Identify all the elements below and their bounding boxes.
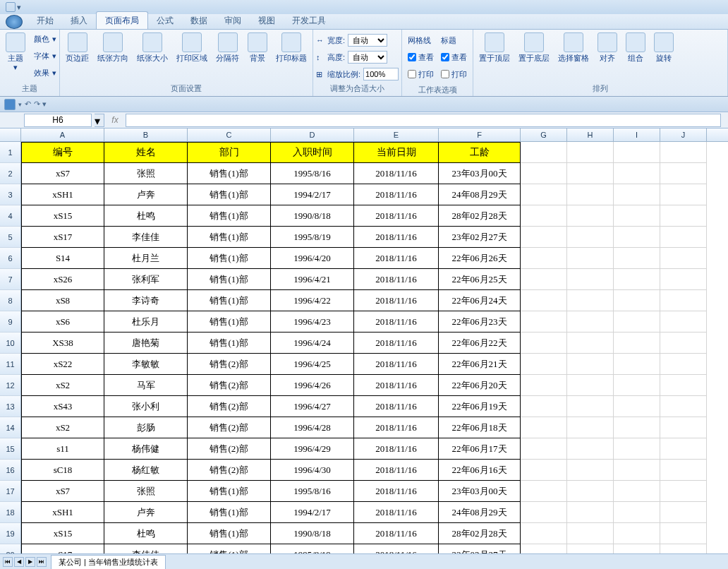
tab-insert[interactable]: 插入: [62, 12, 96, 29]
row-header[interactable]: 18: [0, 502, 21, 523]
cell[interactable]: [567, 396, 614, 417]
cell[interactable]: 唐艳菊: [104, 333, 188, 354]
cell[interactable]: S14: [21, 248, 104, 269]
row-header[interactable]: 3: [0, 184, 21, 205]
cell[interactable]: 李诗奇: [104, 290, 188, 311]
send-back-button[interactable]: 置于底层: [516, 31, 552, 64]
cell[interactable]: 销售(1)部: [188, 227, 271, 248]
cell[interactable]: 销售(1)部: [188, 269, 271, 290]
cell[interactable]: [521, 354, 567, 375]
cell[interactable]: 1994/2/17: [271, 502, 354, 523]
cell[interactable]: [567, 333, 614, 354]
col-header-I[interactable]: I: [614, 128, 660, 141]
cell[interactable]: [660, 142, 707, 163]
cell[interactable]: [614, 396, 660, 417]
cell[interactable]: 2018/11/16: [354, 184, 439, 205]
cell[interactable]: [567, 269, 614, 290]
cell[interactable]: 22年06月22天: [439, 333, 521, 354]
background-button[interactable]: 背景: [245, 31, 270, 64]
head-view-check[interactable]: 查看: [441, 52, 467, 63]
cell[interactable]: [660, 248, 707, 269]
rotate-button[interactable]: 旋转: [651, 31, 677, 64]
cell[interactable]: 28年02月28天: [439, 523, 521, 544]
row-header[interactable]: 16: [0, 460, 21, 481]
cell[interactable]: 1996/4/27: [271, 396, 354, 417]
cell[interactable]: 2018/11/16: [354, 248, 439, 269]
cell[interactable]: [614, 502, 660, 523]
cell[interactable]: [660, 269, 707, 290]
row-header[interactable]: 4: [0, 205, 21, 227]
cell[interactable]: [521, 438, 567, 460]
cell[interactable]: xSH1: [21, 502, 104, 523]
cell[interactable]: xS2: [21, 417, 104, 438]
cell[interactable]: [614, 184, 660, 205]
cell[interactable]: 1996/4/28: [271, 417, 354, 438]
cell[interactable]: 2018/11/16: [354, 311, 439, 333]
cell[interactable]: 1996/4/29: [271, 438, 354, 460]
cell[interactable]: 22年06月26天: [439, 248, 521, 269]
cell[interactable]: [614, 417, 660, 438]
cell[interactable]: [567, 290, 614, 311]
cell[interactable]: [521, 375, 567, 396]
cell[interactable]: xS22: [21, 354, 104, 375]
cell[interactable]: [521, 417, 567, 438]
cell[interactable]: 销售(1)部: [188, 544, 271, 553]
print-area-button[interactable]: 打印区域: [174, 31, 210, 64]
cell[interactable]: 销售(2)部: [188, 396, 271, 417]
cell[interactable]: [567, 481, 614, 502]
cell[interactable]: [614, 205, 660, 227]
row-header[interactable]: 20: [0, 544, 21, 553]
tab-data[interactable]: 数据: [182, 12, 216, 29]
cell[interactable]: [614, 481, 660, 502]
cell[interactable]: xS8: [21, 290, 104, 311]
cell[interactable]: 1995/8/16: [271, 163, 354, 184]
cell[interactable]: [614, 163, 660, 184]
cell[interactable]: xS15: [21, 523, 104, 544]
cell[interactable]: 1996/4/30: [271, 460, 354, 481]
cell[interactable]: 销售(1)部: [188, 481, 271, 502]
cell[interactable]: [614, 375, 660, 396]
cell[interactable]: [567, 460, 614, 481]
cell[interactable]: 销售(1)部: [188, 502, 271, 523]
cell[interactable]: 1995/8/19: [271, 227, 354, 248]
row-header[interactable]: 6: [0, 248, 21, 269]
cell[interactable]: [567, 438, 614, 460]
col-header-F[interactable]: F: [439, 128, 521, 141]
cell[interactable]: 1996/4/20: [271, 248, 354, 269]
height-select[interactable]: 自动: [348, 51, 387, 64]
row-header[interactable]: 15: [0, 438, 21, 460]
size-button[interactable]: 纸张大小: [134, 31, 171, 64]
cell[interactable]: xS7: [21, 163, 104, 184]
cell[interactable]: [567, 375, 614, 396]
cell[interactable]: [614, 333, 660, 354]
cell[interactable]: 24年08月29天: [439, 502, 521, 523]
cell[interactable]: [521, 269, 567, 290]
cell[interactable]: xS26: [21, 269, 104, 290]
cell[interactable]: [567, 523, 614, 544]
cell[interactable]: 1996/4/22: [271, 290, 354, 311]
cell[interactable]: 2018/11/16: [354, 205, 439, 227]
cell[interactable]: [521, 290, 567, 311]
cell[interactable]: 销售(1)部: [188, 205, 271, 227]
cell[interactable]: 23年02月27天: [439, 227, 521, 248]
cell[interactable]: 1995/8/16: [271, 481, 354, 502]
cell[interactable]: 销售(1)部: [188, 184, 271, 205]
cell[interactable]: [660, 502, 707, 523]
tab-view[interactable]: 视图: [250, 12, 284, 29]
cell[interactable]: 1996/4/26: [271, 375, 354, 396]
cell[interactable]: [521, 227, 567, 248]
cell[interactable]: 2018/11/16: [354, 269, 439, 290]
bring-front-button[interactable]: 置于顶层: [476, 31, 513, 64]
cell[interactable]: 部门: [188, 142, 271, 163]
group-button[interactable]: 组合: [623, 31, 648, 64]
row-header[interactable]: 2: [0, 163, 21, 184]
cell[interactable]: 2018/11/16: [354, 163, 439, 184]
name-box[interactable]: H6: [24, 114, 92, 127]
cell[interactable]: 2018/11/16: [354, 544, 439, 553]
cell[interactable]: 2018/11/16: [354, 354, 439, 375]
cell[interactable]: [660, 205, 707, 227]
cell[interactable]: 2018/11/16: [354, 481, 439, 502]
cell[interactable]: XS38: [21, 333, 104, 354]
tab-page-layout[interactable]: 页面布局: [96, 11, 148, 29]
cell[interactable]: xS17: [21, 544, 104, 553]
